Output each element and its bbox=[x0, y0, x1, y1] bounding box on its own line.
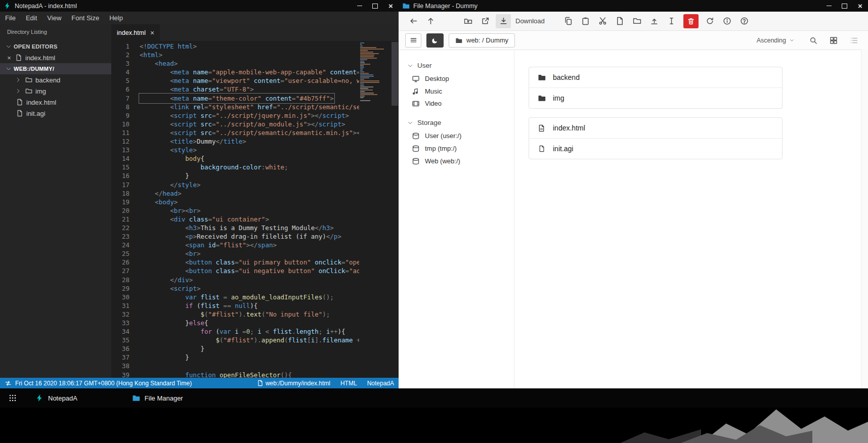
open-editors-section[interactable]: OPEN EDITORS bbox=[0, 41, 111, 52]
file-row-img[interactable]: img bbox=[529, 87, 782, 108]
new-folder-icon[interactable] bbox=[629, 14, 646, 29]
tab-index-html[interactable]: index.html × bbox=[111, 24, 160, 41]
list-view-icon[interactable] bbox=[846, 34, 861, 47]
cut-icon[interactable] bbox=[594, 14, 612, 29]
sidebar-item-music[interactable]: Music bbox=[399, 85, 514, 97]
sidebar-item-video[interactable]: Video bbox=[399, 97, 514, 110]
info-icon[interactable] bbox=[719, 14, 736, 29]
code-line: 22 <h3>This is a Dummy Testing Module</h… bbox=[111, 224, 359, 232]
caret-right-icon bbox=[14, 77, 22, 82]
desktop-wallpaper bbox=[0, 408, 868, 443]
menu-help[interactable]: Help bbox=[104, 14, 128, 22]
code-line: 6 <meta charset="UTF-8"> bbox=[111, 85, 359, 94]
close-editor-icon[interactable]: × bbox=[6, 54, 12, 62]
file-row-index-html[interactable]: index.html bbox=[529, 118, 782, 138]
workspace-section[interactable]: WEB:/DUMMY/ bbox=[0, 63, 111, 74]
status-datetime: Fri Oct 16 2020 18:06:17 GMT+0800 (Hong … bbox=[15, 380, 192, 387]
copy-icon[interactable] bbox=[560, 14, 577, 29]
file-icon bbox=[15, 54, 23, 61]
external-link-icon[interactable] bbox=[476, 14, 494, 29]
notepada-explorer: Directory Listing OPEN EDITORS ×index.ht… bbox=[0, 24, 111, 378]
editor-scrollbar[interactable] bbox=[391, 41, 399, 378]
file-row-backend[interactable]: backend bbox=[529, 67, 782, 87]
menu-view[interactable]: View bbox=[42, 14, 66, 22]
tree-item-backend[interactable]: backend bbox=[0, 74, 111, 85]
code-line: 19 <body> bbox=[111, 198, 359, 206]
maximize-icon[interactable] bbox=[837, 0, 852, 12]
code-line: 26 <button class="ui primary button" onc… bbox=[111, 258, 359, 267]
file-row-init-agi[interactable]: init.agi bbox=[529, 138, 782, 159]
menu-font-size[interactable]: Font Size bbox=[66, 14, 104, 22]
back-icon[interactable] bbox=[405, 14, 422, 29]
minimize-icon[interactable] bbox=[352, 0, 367, 12]
code-line: 23 <p>Received drag-in filelist (if any)… bbox=[111, 232, 359, 241]
file-icon bbox=[16, 110, 24, 117]
window-title: File Manager - Dummy bbox=[413, 3, 478, 10]
tree-item-init-agi[interactable]: init.agi bbox=[0, 108, 111, 119]
explorer-header: Directory Listing bbox=[0, 24, 111, 41]
menu-button[interactable] bbox=[405, 33, 421, 48]
fm-main: backendimgindex.htmlinit.agi bbox=[514, 50, 868, 388]
help-icon[interactable] bbox=[736, 14, 753, 29]
up-icon[interactable] bbox=[422, 14, 439, 29]
search-icon[interactable] bbox=[806, 34, 821, 47]
tab-bar: index.html × bbox=[111, 24, 399, 41]
delete-button[interactable] bbox=[683, 14, 699, 28]
window-title: NotepadA - index.html bbox=[15, 3, 77, 10]
new-file-icon[interactable] bbox=[612, 14, 629, 29]
sort-dropdown[interactable]: Ascending bbox=[757, 37, 795, 44]
upload-icon[interactable] bbox=[646, 14, 663, 29]
status-filepath[interactable]: web:/Dummy/index.html bbox=[257, 380, 330, 387]
minimap[interactable] bbox=[360, 42, 388, 102]
code-line: 30 var flist = ao_module_loadInputFiles(… bbox=[111, 293, 359, 301]
paste-icon[interactable] bbox=[577, 14, 594, 29]
hamburger-icon bbox=[410, 36, 417, 44]
taskbar-item-file-manager[interactable]: File Manager bbox=[129, 390, 186, 406]
folder-blue-icon bbox=[402, 2, 410, 10]
status-appname[interactable]: NotepadA bbox=[367, 380, 394, 387]
music-icon bbox=[411, 87, 420, 95]
folder-icon bbox=[537, 94, 546, 102]
fm-section-user[interactable]: User bbox=[399, 59, 514, 72]
apps-menu-icon[interactable] bbox=[6, 391, 19, 405]
code-line: 35 $("#flist").append(flist[i].filename … bbox=[111, 336, 359, 344]
notepada-window: NotepadA - index.html × FileEditViewFont… bbox=[0, 0, 399, 388]
taskbar-item-notepada[interactable]: NotepadA bbox=[32, 390, 80, 406]
caret-down-icon bbox=[6, 66, 11, 71]
code-editor[interactable]: 1<!DOCTYPE html>2<html>3 <head>4 <meta n… bbox=[111, 41, 399, 378]
theme-toggle-button[interactable] bbox=[426, 33, 444, 48]
file-code-icon bbox=[537, 124, 546, 132]
fm-scrollbar[interactable] bbox=[861, 50, 868, 388]
breadcrumb[interactable]: web: / Dummy bbox=[449, 33, 515, 48]
menu-file[interactable]: File bbox=[0, 14, 21, 22]
tree-item-index-html[interactable]: index.html bbox=[0, 97, 111, 108]
menu-edit[interactable]: Edit bbox=[21, 14, 42, 22]
tab-close-icon[interactable]: × bbox=[150, 29, 154, 37]
close-icon[interactable]: × bbox=[383, 0, 399, 12]
notepada-menubar: FileEditViewFont SizeHelp bbox=[0, 12, 399, 24]
close-icon[interactable]: × bbox=[852, 0, 868, 12]
minimize-icon[interactable] bbox=[821, 0, 837, 12]
drive-icon bbox=[411, 145, 420, 153]
rename-icon[interactable] bbox=[663, 14, 680, 29]
sidebar-item-tmp-tmp[interactable]: tmp (tmp:/) bbox=[399, 142, 514, 155]
code-line: 28 </div> bbox=[111, 276, 359, 284]
code-line: 2<html> bbox=[111, 51, 359, 59]
code-line: 17 </style> bbox=[111, 181, 359, 189]
maximize-icon[interactable] bbox=[367, 0, 383, 12]
grid-view-icon[interactable] bbox=[826, 34, 841, 47]
sidebar-item-desktop[interactable]: Desktop bbox=[399, 72, 514, 85]
fm-section-storage[interactable]: Storage bbox=[399, 116, 514, 129]
sync-icon bbox=[5, 380, 12, 387]
open-folder-icon[interactable] bbox=[459, 14, 476, 29]
download-button[interactable]: Download bbox=[496, 14, 545, 28]
code-line: 10 <script src="../script/ao_module.js">… bbox=[111, 120, 359, 128]
status-language[interactable]: HTML bbox=[340, 380, 357, 387]
refresh-icon[interactable] bbox=[702, 14, 719, 29]
sidebar-item-user-user[interactable]: User (user:/) bbox=[399, 129, 514, 142]
sidebar-item-web-web[interactable]: Web (web:/) bbox=[399, 155, 514, 167]
filemanager-toolbar: Download bbox=[399, 12, 868, 31]
code-line: 25 <br> bbox=[111, 249, 359, 258]
tree-item-img[interactable]: img bbox=[0, 85, 111, 97]
open-editor-item[interactable]: ×index.html bbox=[0, 52, 111, 63]
